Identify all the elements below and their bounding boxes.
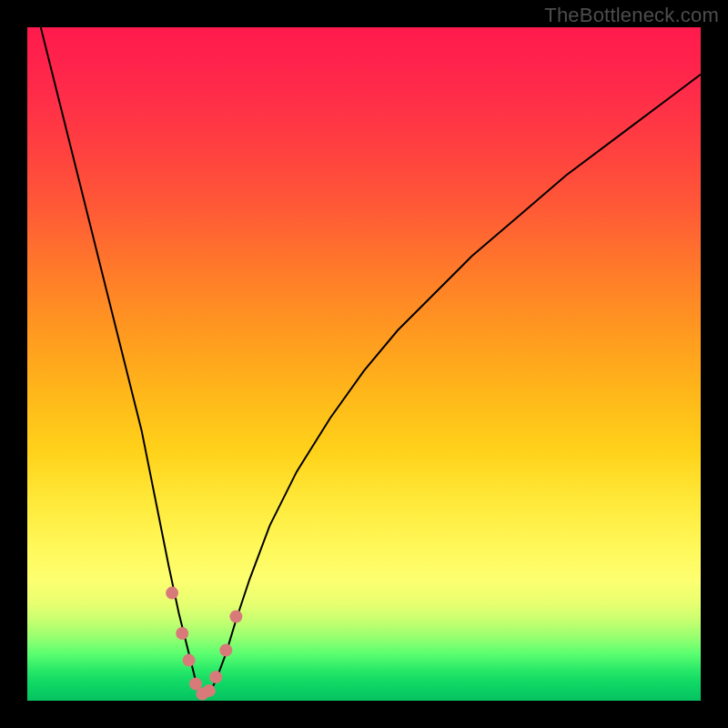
sample-dot [203, 684, 216, 697]
sample-dot [229, 611, 242, 623]
sample-dot [176, 627, 188, 640]
chart-frame: TheBottleneck.com [0, 0, 728, 728]
curve-layer [27, 27, 701, 701]
sample-dot [219, 644, 232, 657]
sample-dot [209, 671, 222, 683]
sample-dot [166, 587, 178, 600]
watermark-text: TheBottleneck.com [544, 4, 719, 27]
bottleneck-curve [41, 27, 701, 694]
sample-dot [183, 654, 196, 667]
plot-area [27, 27, 701, 701]
